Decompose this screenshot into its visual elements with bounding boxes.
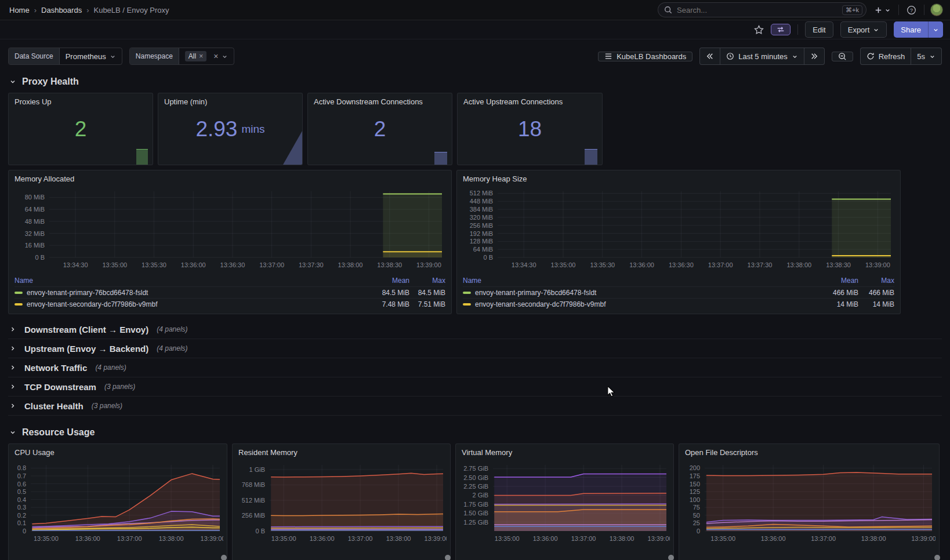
legend-row[interactable]: envoy-tenant-secondary-dc7f7986b-v9mbf7.… <box>14 298 445 310</box>
series-color-marker <box>463 292 471 294</box>
stat-value: 18 <box>518 118 542 140</box>
svg-text:200: 200 <box>690 464 700 471</box>
svg-text:13:38:30: 13:38:30 <box>826 261 851 268</box>
section-network-traffic[interactable]: Network Traffic (4 panels) <box>8 358 942 377</box>
legend-column-mean[interactable]: Mean <box>374 277 409 285</box>
legend-row[interactable]: envoy-tenant-primary-76bcd66478-fsldt466… <box>463 286 894 298</box>
memory-charts-row: Memory Allocated 13:34:3013:35:0013:35:3… <box>8 170 942 314</box>
namespace-chip-all[interactable]: All × <box>185 51 206 61</box>
refresh-interval-select[interactable]: 5s <box>911 48 942 65</box>
section-downstream[interactable]: Downstream (Client → Envoy) (4 panels) <box>8 320 942 339</box>
panel-title[interactable]: Memory Allocated <box>9 170 451 186</box>
resident-memory-chart: 13:35:0013:36:0013:37:0013:38:0013:39:00… <box>237 459 447 547</box>
series-max: 7.51 MiB <box>409 300 445 308</box>
svg-text:192 MiB: 192 MiB <box>470 230 493 237</box>
series-max: 466 MiB <box>858 289 894 297</box>
avatar[interactable] <box>930 3 943 16</box>
dashboard-toolbar: Edit Export Share <box>0 20 950 39</box>
sparkline-bar <box>136 149 148 165</box>
section-tcp-downstream[interactable]: TCP Downstream (3 panels) <box>8 377 942 397</box>
series-color-marker <box>463 303 471 306</box>
svg-text:13:35:00: 13:35:00 <box>34 535 59 542</box>
stat-panel-active-upstream: Active Upstream Connections 18 <box>457 93 603 165</box>
share-dropdown-button[interactable] <box>928 21 943 38</box>
export-button[interactable]: Export <box>840 21 887 38</box>
legend-column-max[interactable]: Max <box>858 277 894 285</box>
section-proxy-health[interactable]: Proxy Health <box>9 77 942 87</box>
legend-column-name[interactable]: Name <box>463 277 822 285</box>
section-cluster-health[interactable]: Cluster Health (3 panels) <box>8 397 942 416</box>
series-color-marker <box>14 303 23 306</box>
svg-text:13:38:00: 13:38:00 <box>786 261 811 268</box>
namespace-select[interactable]: All × × <box>179 48 234 64</box>
refresh-icon <box>866 52 875 60</box>
svg-text:0: 0 <box>697 528 700 534</box>
series-mean: 7.48 MiB <box>374 300 409 308</box>
svg-text:1.25 GiB: 1.25 GiB <box>463 519 488 526</box>
legend-row[interactable]: envoy-tenant-secondary-dc7f7986b-v9mbf14… <box>463 298 894 310</box>
svg-text:48 MiB: 48 MiB <box>25 218 45 225</box>
refresh-label: Refresh <box>879 52 905 61</box>
legend-column-name[interactable]: Name <box>14 277 374 285</box>
time-back-button[interactable] <box>699 48 720 65</box>
edit-button[interactable]: Edit <box>805 21 833 38</box>
panel-count: (4 panels) <box>95 363 126 372</box>
panel-title[interactable]: Open File Descriptors <box>679 444 939 459</box>
series-mean: 466 MiB <box>822 289 858 297</box>
clear-all-icon[interactable]: × <box>213 52 218 61</box>
svg-text:0.8: 0.8 <box>17 464 26 471</box>
zoom-out-button[interactable] <box>832 52 853 61</box>
svg-text:32 MiB: 32 MiB <box>25 230 45 237</box>
share-button[interactable]: Share <box>894 21 928 38</box>
panel-scroll-indicator[interactable] <box>934 555 940 560</box>
question-circle-icon: ? <box>907 5 916 15</box>
svg-text:16 MiB: 16 MiB <box>25 242 45 249</box>
kubelb-dashboards-button[interactable]: KubeLB Dashboards <box>598 52 692 61</box>
svg-text:0.7: 0.7 <box>17 472 26 479</box>
svg-text:0.6: 0.6 <box>17 481 26 488</box>
section-upstream[interactable]: Upstream (Envoy → Backend) (4 panels) <box>8 339 942 358</box>
svg-text:?: ? <box>910 7 913 13</box>
svg-text:768 MiB: 768 MiB <box>242 481 265 488</box>
remove-chip-icon[interactable]: × <box>199 52 203 60</box>
data-source-select[interactable]: Prometheus <box>60 48 122 64</box>
panel-title[interactable]: Virtual Memory <box>456 444 673 459</box>
svg-text:13:35:30: 13:35:30 <box>590 261 615 268</box>
stat-panel-uptime: Uptime (min) 2.93mins <box>158 93 303 165</box>
panel-title[interactable]: CPU Usage <box>9 444 227 459</box>
time-forward-button[interactable] <box>804 48 825 65</box>
search-shortcut-badge: ⌘+k <box>842 5 862 15</box>
panel-title[interactable]: Resident Memory <box>233 444 450 459</box>
stat-value: 2 <box>374 118 386 140</box>
breadcrumb-dashboards[interactable]: Dashboards <box>41 6 82 14</box>
breadcrumb-home[interactable]: Home <box>9 6 30 14</box>
svg-text:13:34:30: 13:34:30 <box>512 261 536 268</box>
virtual-memory-chart: 13:35:0013:36:0013:37:0013:38:0013:39:00… <box>461 459 670 547</box>
legend-column-max[interactable]: Max <box>409 277 445 285</box>
svg-text:13:35:00: 13:35:00 <box>551 261 576 268</box>
svg-text:80 MiB: 80 MiB <box>25 194 45 201</box>
memory-heap-size-chart: 13:34:3013:35:0013:35:3013:36:0013:36:30… <box>462 186 894 274</box>
svg-text:0 B: 0 B <box>483 254 493 261</box>
panel-scroll-indicator[interactable] <box>445 555 451 560</box>
legend: NameMeanMaxenvoy-tenant-primary-76bcd664… <box>14 275 445 310</box>
help-button[interactable]: ? <box>905 3 918 17</box>
section-title: Network Traffic <box>24 363 87 373</box>
shared-dashboard-toggle[interactable] <box>771 24 791 35</box>
refresh-button[interactable]: Refresh <box>860 48 912 65</box>
panel-scroll-indicator[interactable] <box>668 555 674 560</box>
legend-column-mean[interactable]: Mean <box>822 277 858 285</box>
divider <box>898 5 899 15</box>
search-input-wrap[interactable]: ⌘+k <box>658 2 866 17</box>
divider <box>797 24 798 35</box>
sparkline-bar <box>434 152 447 165</box>
panel-title[interactable]: Memory Heap Size <box>457 170 900 186</box>
star-button[interactable] <box>754 25 764 35</box>
add-new-button[interactable] <box>872 4 893 16</box>
panel-scroll-indicator[interactable] <box>221 555 227 560</box>
section-resource-usage[interactable]: Resource Usage <box>9 427 942 438</box>
time-range-picker[interactable]: Last 5 minutes <box>720 48 804 65</box>
legend-row[interactable]: envoy-tenant-primary-76bcd66478-fsldt84.… <box>14 286 445 298</box>
breadcrumb-separator: › <box>34 6 37 14</box>
search-input[interactable] <box>677 6 837 14</box>
